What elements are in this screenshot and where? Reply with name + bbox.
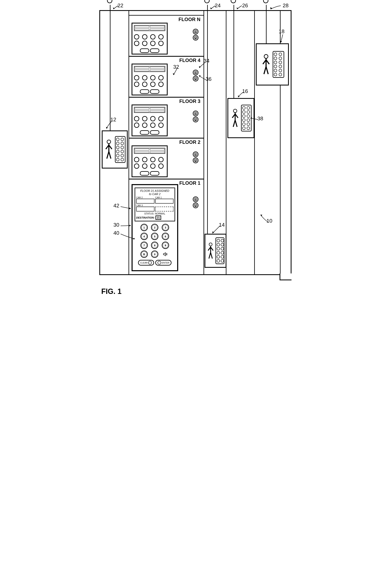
- keypad-button[interactable]: [158, 41, 163, 46]
- car-slot: [155, 199, 173, 204]
- keypad-button[interactable]: [150, 75, 156, 80]
- keypad-button[interactable]: [142, 82, 147, 87]
- ref-30: 30: [114, 222, 119, 228]
- ref-10: 10: [266, 218, 272, 224]
- keypad-button[interactable]: [142, 116, 147, 121]
- keypad-button[interactable]: [142, 41, 147, 46]
- down-button[interactable]: ∨: [193, 76, 198, 81]
- keypad-button[interactable]: [158, 75, 163, 80]
- keypad-button[interactable]: [150, 163, 156, 169]
- oval-button[interactable]: [140, 89, 149, 94]
- keypad-button[interactable]: [150, 82, 156, 87]
- key-9[interactable]: 9: [162, 242, 169, 249]
- keypad-button[interactable]: [150, 34, 156, 39]
- destination-entry-device[interactable]: FLOOR 21 ASSIGNED to CAR 2 CAR 2 CAR 1 C…: [131, 184, 178, 271]
- divider: [203, 11, 204, 274]
- key-4[interactable]: 4: [140, 233, 148, 240]
- keypad-button[interactable]: [134, 122, 139, 128]
- keypad-button[interactable]: [142, 122, 147, 128]
- hall-device[interactable]: [131, 105, 168, 136]
- keypad-button[interactable]: [158, 116, 163, 121]
- key-3[interactable]: 3: [162, 224, 169, 231]
- cable: [110, 5, 110, 130]
- car-panel[interactable]: [115, 136, 126, 163]
- oval-button[interactable]: [150, 171, 159, 176]
- hall-keypad[interactable]: [132, 33, 167, 48]
- oval-button[interactable]: [140, 130, 149, 135]
- keypad-button[interactable]: [142, 163, 147, 169]
- destination-value: 21: [156, 215, 161, 220]
- ref-22: 22: [118, 2, 124, 9]
- hall-device[interactable]: [131, 64, 168, 95]
- hall-device[interactable]: [131, 146, 168, 177]
- keypad-button[interactable]: [134, 75, 139, 80]
- keypad-button[interactable]: [134, 116, 139, 121]
- oval-button[interactable]: [150, 48, 159, 53]
- up-button[interactable]: ∧: [193, 111, 198, 116]
- floor-label: FLOOR 4: [179, 58, 200, 63]
- ref-32: 32: [173, 64, 179, 70]
- car-panel[interactable]: [273, 51, 284, 78]
- svg-point-3: [264, 55, 268, 58]
- key-1[interactable]: 1: [140, 224, 148, 231]
- car-panel[interactable]: [216, 237, 225, 264]
- keypad-button[interactable]: [142, 75, 147, 80]
- keypad-button[interactable]: [134, 82, 139, 87]
- keypad-button[interactable]: [158, 122, 163, 128]
- hall-device[interactable]: [131, 23, 168, 55]
- assigned-text: FLOOR 21 ASSIGNED: [136, 189, 173, 192]
- key-8[interactable]: 8: [151, 242, 158, 249]
- ref-42: 42: [114, 203, 119, 209]
- keypad-button[interactable]: [134, 34, 139, 39]
- oval-button[interactable]: [140, 171, 149, 176]
- down-button[interactable]: ∨: [193, 203, 198, 208]
- keypad-button[interactable]: [150, 122, 156, 128]
- keypad-button[interactable]: [150, 157, 156, 162]
- oval-button[interactable]: [140, 48, 149, 53]
- car-label: CAR 2: [136, 196, 155, 199]
- lead-line: [270, 4, 282, 10]
- oval-button[interactable]: [150, 89, 159, 94]
- hall-keypad[interactable]: [132, 74, 167, 88]
- key-2[interactable]: 2: [151, 224, 158, 231]
- keypad-button[interactable]: [150, 41, 156, 46]
- keypad-button[interactable]: [134, 157, 139, 162]
- keypad-button[interactable]: [134, 41, 139, 46]
- elevator-car-18: [256, 43, 289, 86]
- floor-2: FLOOR 2 ∧ ∨: [129, 138, 203, 179]
- up-button[interactable]: ∧: [193, 151, 198, 157]
- ref-16: 16: [242, 88, 248, 94]
- key-6[interactable]: 6: [162, 233, 169, 240]
- enter-button[interactable]: -ENTER: [155, 260, 171, 265]
- oval-button[interactable]: [150, 130, 159, 135]
- up-button[interactable]: ∧: [193, 197, 198, 202]
- svg-point-1: [209, 243, 212, 246]
- keypad-button[interactable]: [150, 116, 156, 121]
- person-icon: [260, 54, 272, 75]
- keypad-button[interactable]: [158, 157, 163, 162]
- keypad-button[interactable]: [142, 157, 147, 162]
- clear-button[interactable]: CLEAR-: [138, 260, 154, 265]
- car-panel[interactable]: [241, 105, 252, 131]
- key-5[interactable]: 5: [151, 233, 158, 240]
- up-button[interactable]: ∧: [193, 70, 198, 75]
- down-button[interactable]: ∨: [193, 158, 198, 163]
- down-button[interactable]: ∨: [193, 117, 198, 122]
- key-0[interactable]: 0: [151, 251, 158, 258]
- keypad-button[interactable]: [158, 82, 163, 87]
- ref-26: 26: [242, 2, 248, 9]
- hall-keypad[interactable]: [132, 115, 167, 129]
- up-button[interactable]: ∧: [193, 29, 198, 34]
- keypad-button[interactable]: [158, 163, 163, 169]
- key-b[interactable]: B: [140, 251, 148, 258]
- keypad-button[interactable]: [142, 34, 147, 39]
- keypad-button[interactable]: [134, 163, 139, 169]
- keypad-button[interactable]: [158, 34, 163, 39]
- car-slot-empty: [155, 206, 173, 211]
- down-button[interactable]: ∨: [193, 35, 198, 40]
- floor-n: FLOOR N ∧ ∨: [129, 15, 203, 57]
- ref-14: 14: [219, 222, 225, 228]
- hall-keypad[interactable]: [132, 155, 167, 170]
- key-7[interactable]: 7: [140, 242, 148, 249]
- device-keypad: 1 2 3 4 5 6 7 8 9 B 0: [132, 223, 177, 259]
